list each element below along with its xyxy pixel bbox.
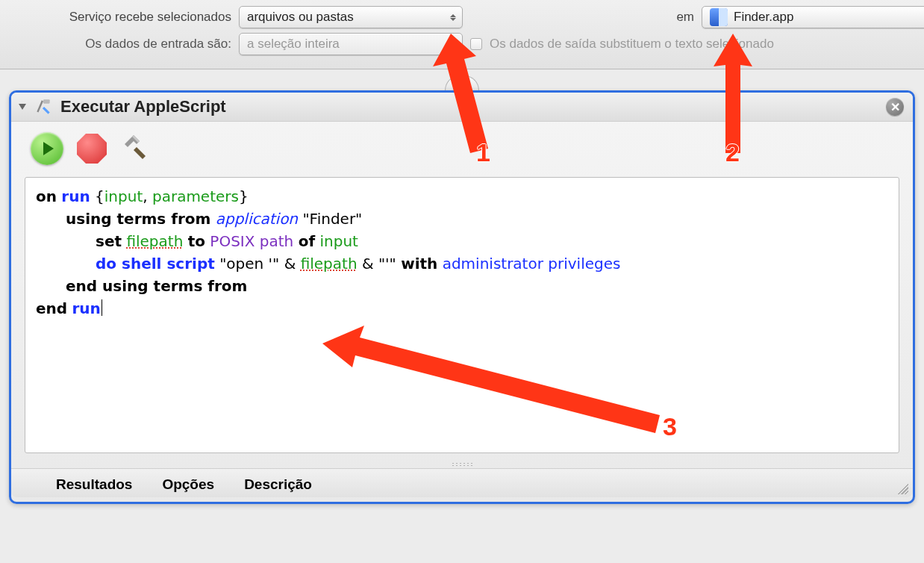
code-line: on run {input, parameters} [36,185,888,208]
code-line: end run [36,297,888,320]
service-receives-label: Serviço recebe selecionados [7,10,231,25]
data-input-label: Os dados de entrada são: [7,37,231,52]
applescript-step-card[interactable]: Executar AppleScript ✕ on run {input, [9,90,915,504]
tab-resultados[interactable]: Resultados [56,476,132,493]
finder-icon [710,8,728,26]
input-type-select[interactable]: arquivos ou pastas [239,6,463,28]
card-resize-grip-icon[interactable] [895,481,908,494]
step-footer-tabs: Resultados Opções Descrição [11,468,913,497]
workflow-canvas: Executar AppleScript ✕ on run {input, [0,69,924,519]
tab-opcoes[interactable]: Opções [162,476,214,493]
text-cursor-icon [102,299,102,316]
service-config-bar: Serviço recebe selecionados arquivos ou … [0,0,924,69]
application-value: Finder.app [734,9,793,25]
close-icon: ✕ [890,100,900,114]
compile-hammer-button[interactable] [120,134,150,164]
script-toolbar [11,122,913,172]
input-type-value: arquivos ou pastas [247,9,354,25]
stop-script-button[interactable] [77,134,107,164]
output-replace-label: Os dados de saída substituem o texto sel… [490,37,774,52]
code-line: using terms from application "Finder" [36,208,888,230]
select-arrows-icon [450,39,458,49]
close-step-button[interactable]: ✕ [886,98,904,116]
run-script-button[interactable] [31,132,63,165]
output-replace-checkbox[interactable] [470,38,482,50]
svg-rect-0 [43,99,50,103]
select-arrows-icon [450,12,458,22]
application-select[interactable]: Finder.app [702,6,924,28]
data-input-row: Os dados de entrada são: a seleção intei… [7,33,917,55]
code-line: do shell script "open '" & filepath & "'… [36,252,888,275]
data-input-value: a seleção inteira [247,36,340,52]
applescript-icon [34,97,53,116]
in-label: em [470,10,694,25]
tab-descricao[interactable]: Descrição [244,476,312,493]
step-header[interactable]: Executar AppleScript ✕ [11,93,913,122]
disclosure-triangle-icon[interactable] [19,104,26,110]
grip-dots-icon [451,462,473,467]
service-input-row: Serviço recebe selecionados arquivos ou … [7,6,917,28]
step-title: Executar AppleScript [60,97,226,116]
editor-resize-grip[interactable] [11,459,913,468]
code-line: end using terms from [36,275,888,297]
connection-tab-icon [445,75,479,90]
script-editor[interactable]: on run {input, parameters} using terms f… [25,177,899,453]
data-input-select: a seleção inteira [239,33,463,55]
code-line: set filepath to POSIX path of input [36,230,888,252]
